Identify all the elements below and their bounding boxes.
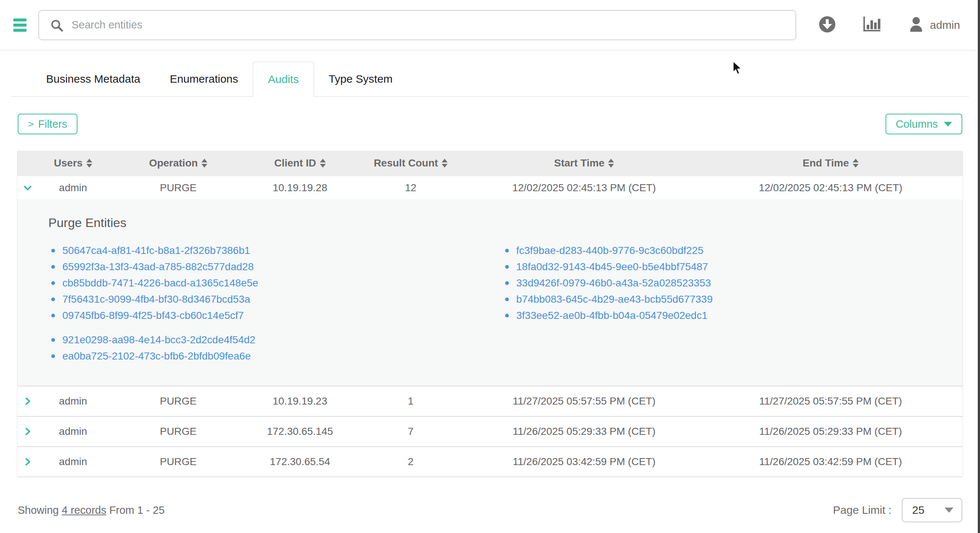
search-icon: [50, 19, 64, 33]
table-header-row: Users Operation Client ID Result Count S…: [18, 151, 963, 176]
purge-entity-link[interactable]: 18fa0d32-9143-4b45-9ee0-b5e4bbf75487: [502, 259, 956, 275]
app-window: admin Business Metadata Enumerations Aud…: [0, 0, 980, 533]
download-icon[interactable]: [818, 16, 836, 35]
cell-operation: PURGE: [108, 182, 248, 194]
cell-client-id: 10.19.19.28: [248, 182, 352, 194]
purge-entity-link[interactable]: b74bb083-645c-4b29-ae43-bcb55d677339: [502, 291, 956, 307]
entity-search: [38, 10, 796, 40]
table-row: admin PURGE 10.19.19.28 12 12/02/2025 02…: [18, 176, 963, 199]
purge-entity-link[interactable]: 33d9426f-0979-46b0-a43a-52a028523353: [502, 275, 956, 291]
audits-toolbar: > Filters Columns: [18, 114, 962, 134]
purge-entity-link[interactable]: cb85bddb-7471-4226-bacd-a1365c148e5e: [48, 275, 502, 291]
cell-end-time: 11/26/2025 05:29:33 PM (CET): [698, 426, 963, 438]
collapse-row-button[interactable]: [18, 183, 38, 193]
sort-icon[interactable]: [202, 159, 207, 167]
topbar-actions: admin: [818, 16, 960, 35]
purge-entity-link[interactable]: 921e0298-aa98-4e14-bcc3-2d2cde4f54d2: [48, 332, 502, 348]
cell-user: admin: [38, 182, 108, 194]
expand-row-button[interactable]: [18, 396, 38, 406]
column-header-result-count[interactable]: Result Count: [352, 157, 470, 169]
cell-result-count: 12: [352, 182, 470, 194]
caret-down-icon: [945, 508, 953, 513]
cell-result-count: 7: [352, 426, 470, 438]
sort-icon[interactable]: [608, 159, 614, 167]
detail-panel-title: Purge Entities: [48, 216, 963, 230]
filters-button-label: Filters: [38, 118, 67, 130]
columns-button[interactable]: Columns: [886, 114, 962, 134]
user-menu[interactable]: admin: [908, 16, 960, 34]
page-limit-label: Page Limit :: [833, 504, 891, 516]
column-header-operation[interactable]: Operation: [108, 157, 248, 169]
cell-end-time: 11/26/2025 03:42:59 PM (CET): [698, 456, 963, 468]
tab-bar: Business Metadata Enumerations Audits Ty…: [11, 62, 969, 97]
cell-user: admin: [38, 456, 108, 468]
record-count-summary: Showing 4 records From 1 - 25: [18, 504, 165, 516]
hamburger-menu-icon[interactable]: [13, 19, 27, 32]
scrollbar[interactable]: [978, 0, 980, 533]
cell-user: admin: [38, 395, 108, 407]
cell-client-id: 172.30.65.145: [248, 426, 352, 438]
table-row: admin PURGE 172.30.65.145 7 11/26/2025 0…: [18, 416, 963, 446]
tab-type-system[interactable]: Type System: [314, 62, 407, 96]
cell-start-time: 12/02/2025 02:45:13 PM (CET): [470, 182, 698, 194]
username-label: admin: [930, 19, 960, 31]
tab-enumerations[interactable]: Enumerations: [155, 62, 253, 96]
purge-entity-list-right: fc3f9bae-d283-440b-9776-9c3c60bdf22518fa…: [502, 242, 956, 324]
page-limit-value: 25: [912, 504, 924, 516]
purge-entity-link[interactable]: 3f33ee52-ae0b-4fbb-b04a-05479e02edc1: [502, 307, 956, 324]
sort-icon[interactable]: [86, 159, 92, 167]
cell-operation: PURGE: [108, 456, 248, 468]
table-row: admin PURGE 172.30.65.54 2 11/26/2025 03…: [18, 446, 963, 477]
table-footer: Showing 4 records From 1 - 25 Page Limit…: [18, 498, 962, 522]
purge-entity-columns: 50647ca4-af81-41fc-b8a1-2f326b7386b16599…: [48, 242, 963, 324]
cell-start-time: 11/27/2025 05:57:55 PM (CET): [470, 395, 698, 407]
purge-entity-list-left: 50647ca4-af81-41fc-b8a1-2f326b7386b16599…: [48, 242, 502, 324]
user-icon: [908, 16, 925, 34]
table-row: admin PURGE 10.19.19.23 1 11/27/2025 05:…: [18, 386, 963, 416]
column-header-users[interactable]: Users: [38, 157, 108, 169]
bar-chart-icon[interactable]: [863, 16, 881, 34]
purge-entity-list-overflow: 921e0298-aa98-4e14-bcc3-2d2cde4f54d2ea0b…: [48, 332, 502, 364]
page-limit-control: Page Limit : 25: [833, 498, 962, 522]
cell-client-id: 10.19.19.23: [248, 395, 352, 407]
sort-icon[interactable]: [853, 159, 859, 167]
cell-start-time: 11/26/2025 03:42:59 PM (CET): [470, 456, 698, 468]
cell-start-time: 11/26/2025 05:29:33 PM (CET): [470, 426, 698, 438]
records-count-link[interactable]: 4 records: [62, 504, 106, 516]
sort-icon[interactable]: [320, 159, 326, 167]
tab-business-metadata[interactable]: Business Metadata: [31, 62, 155, 96]
purge-entity-link[interactable]: 09745fb6-8f99-4f25-bf43-cb60c14e5cf7: [48, 307, 502, 324]
expand-row-button[interactable]: [18, 426, 38, 437]
cell-operation: PURGE: [108, 426, 248, 438]
cell-user: admin: [38, 426, 108, 438]
sort-icon[interactable]: [442, 159, 447, 167]
filters-button[interactable]: > Filters: [18, 114, 78, 134]
tab-audits[interactable]: Audits: [253, 62, 313, 97]
chevron-right-icon: >: [28, 118, 33, 130]
cell-end-time: 12/02/2025 02:45:13 PM (CET): [698, 182, 963, 194]
cell-result-count: 1: [352, 395, 470, 407]
columns-button-label: Columns: [896, 118, 938, 130]
purge-entity-link[interactable]: ea0ba725-2102-473c-bfb6-2bfdb09fea6e: [48, 348, 502, 364]
caret-down-icon: [944, 122, 952, 127]
audit-table: Users Operation Client ID Result Count S…: [17, 151, 963, 477]
cell-result-count: 2: [352, 456, 470, 468]
column-header-client-id[interactable]: Client ID: [248, 157, 352, 169]
cell-client-id: 172.30.65.54: [248, 456, 352, 468]
purge-entity-link[interactable]: fc3f9bae-d283-440b-9776-9c3c60bdf225: [502, 242, 956, 259]
expand-row-button[interactable]: [18, 457, 38, 467]
top-bar: admin: [0, 0, 980, 51]
column-header-end-time[interactable]: End Time: [698, 157, 963, 169]
purge-entity-link[interactable]: 50647ca4-af81-41fc-b8a1-2f326b7386b1: [48, 242, 502, 259]
cell-operation: PURGE: [108, 395, 248, 407]
column-header-start-time[interactable]: Start Time: [470, 157, 698, 169]
page-limit-select[interactable]: 25: [902, 498, 962, 522]
search-input[interactable]: [38, 10, 796, 40]
purge-entity-link[interactable]: 7f56431c-9099-4fb4-bf30-8d3467bcd53a: [48, 291, 502, 307]
row-detail-panel: Purge Entities 50647ca4-af81-41fc-b8a1-2…: [18, 199, 963, 386]
purge-entity-link[interactable]: 65992f3a-13f3-43ad-a785-882c577dad28: [48, 259, 502, 275]
cell-end-time: 11/27/2025 05:57:55 PM (CET): [698, 395, 963, 407]
